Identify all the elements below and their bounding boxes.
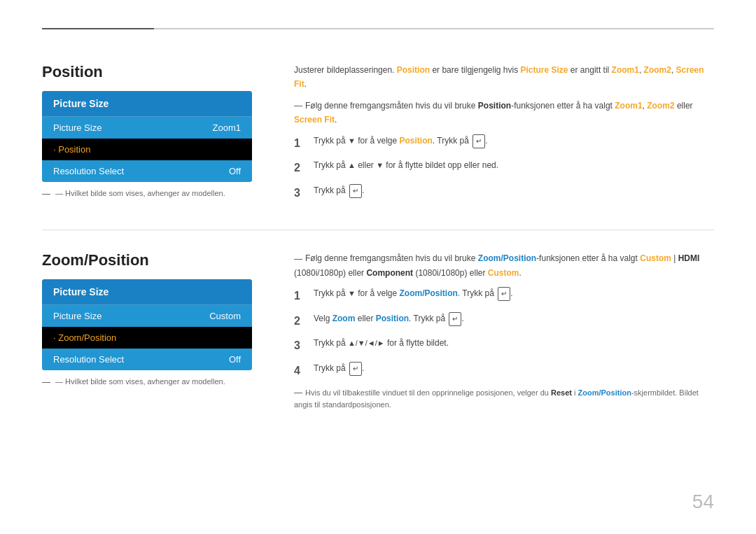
- position-widget-header: Picture Size: [42, 91, 252, 116]
- position-row1-label: Picture Size: [53, 122, 102, 133]
- dash3: [42, 382, 50, 383]
- position-row-resolution: Resolution Select Off: [42, 160, 252, 182]
- zoom-kw1: Zoom/Position: [478, 253, 536, 263]
- position-row3-label: Resolution Select: [53, 166, 124, 176]
- position-step3: 3 Trykk på ↵.: [294, 184, 714, 202]
- position-keyword4: Zoom2: [644, 65, 671, 75]
- zoom-kw2: Custom: [640, 253, 671, 263]
- zoom-position-right: Følg denne fremgangsmåten hvis du vil br…: [294, 251, 714, 411]
- zoom-desc: Følg denne fremgangsmåten hvis du vil br…: [294, 251, 714, 280]
- reset-kw: Reset: [551, 388, 572, 397]
- zoom-row3-value: Off: [229, 354, 241, 365]
- zoom-row1-label: Picture Size: [53, 311, 102, 321]
- zoom-step4: 4 Trykk på ↵.: [294, 362, 714, 380]
- dash4: [294, 259, 302, 260]
- position-row3-value: Off: [229, 166, 241, 176]
- zenter2: ↵: [449, 312, 461, 326]
- zoom-steps: 1 Trykk på ▼ for å velge Zoom/Position. …: [294, 287, 714, 379]
- zstep3-text: Trykk på ▲/▼/◄/► for å flytte bildet.: [314, 337, 449, 355]
- zoom-row-resolution: Resolution Select Off: [42, 349, 252, 370]
- pos-kw6: Position: [478, 101, 511, 111]
- step3-text: Trykk på ↵.: [314, 184, 364, 202]
- position-keyword2: Picture Size: [521, 65, 568, 75]
- zoom-kw5: Custom: [488, 268, 519, 278]
- zstep3-num: 3: [294, 337, 305, 355]
- dash5: [294, 393, 302, 393]
- zoom-step3: 3 Trykk på ▲/▼/◄/► for å flytte bildet.: [294, 337, 714, 355]
- position-step1: 1 Trykk på ▼ for å velge Position. Trykk…: [294, 134, 714, 153]
- zoom-row1-value: Custom: [209, 311, 241, 321]
- zoom-position-section: Zoom/Position Picture Size Picture Size …: [42, 251, 714, 411]
- position-right: Justerer bildeplasseringen. Position er …: [294, 63, 714, 209]
- dash2: [294, 106, 302, 106]
- zarrows3: ▲/▼/◄/►: [348, 339, 385, 347]
- zoom-position-left: Zoom/Position Picture Size Picture Size …: [42, 251, 266, 411]
- pos-kw9: Screen Fit: [294, 115, 335, 125]
- step1-num: 1: [294, 134, 305, 153]
- position-desc: Justerer bildeplasseringen. Position er …: [294, 63, 714, 92]
- enter1: ↵: [472, 134, 485, 148]
- zoompos-kw: Zoom/Position: [578, 388, 631, 397]
- zoom-position-widget: Picture Size Picture Size Custom · Zoom/…: [42, 279, 252, 370]
- zstep4-num: 4: [294, 362, 305, 380]
- position-keyword1: Position: [397, 65, 430, 75]
- zoom-kw3: HDMI: [678, 253, 700, 263]
- zoom-step1: 1 Trykk på ▼ for å velge Zoom/Position. …: [294, 287, 714, 305]
- position-steps: 1 Trykk på ▼ for å velge Position. Trykk…: [294, 134, 714, 202]
- zstep4-text: Trykk på ↵.: [314, 362, 364, 380]
- position-row-picturesize: Picture Size Zoom1: [42, 117, 252, 139]
- zenter1: ↵: [498, 287, 510, 301]
- position-section: Position Picture Size Picture Size Zoom1…: [42, 63, 714, 209]
- zoom-row2-label: · Zoom/Position: [53, 332, 116, 343]
- pos-kw8: Zoom2: [647, 101, 674, 111]
- zstep1-kw: Zoom/Position: [400, 288, 458, 298]
- zstep2-kw2: Position: [376, 314, 409, 323]
- zenter4: ↵: [349, 362, 362, 376]
- position-keyword5: Screen Fit: [294, 65, 704, 89]
- position-sub-note: Følg denne fremgangsmåten hvis du vil br…: [294, 99, 714, 127]
- position-note: ― Hvilket bilde som vises, avhenger av m…: [42, 189, 266, 197]
- page-number: 54: [692, 491, 714, 513]
- zoom-widget-header: Picture Size: [42, 279, 252, 304]
- position-row-position: · Position: [42, 139, 252, 160]
- pos-kw7: Zoom1: [615, 101, 642, 111]
- step1-kw: Position: [400, 136, 433, 146]
- step2-num: 2: [294, 159, 305, 177]
- position-row1-value: Zoom1: [213, 122, 241, 133]
- step3-num: 3: [294, 184, 305, 202]
- zoom-row-zoomposition: · Zoom/Position: [42, 327, 252, 349]
- zarrow1: ▼: [348, 289, 356, 297]
- position-left: Position Picture Size Picture Size Zoom1…: [42, 63, 266, 209]
- zoom-position-title: Zoom/Position: [42, 251, 266, 269]
- position-widget: Picture Size Picture Size Zoom1 · Positi…: [42, 91, 252, 182]
- zstep2-kw1: Zoom: [332, 314, 356, 323]
- zoom-row3-label: Resolution Select: [53, 354, 124, 365]
- zoom-step2: 2 Velg Zoom eller Position. Trykk på ↵.: [294, 312, 714, 330]
- enter3: ↵: [349, 184, 362, 198]
- step1-text: Trykk på ▼ for å velge Position. Trykk p…: [314, 134, 488, 153]
- zoom-bottom-note: Hvis du vil tilbakestille vinduet til de…: [294, 387, 714, 412]
- arrow-down1: ▼: [348, 136, 356, 145]
- position-title: Position: [42, 63, 266, 81]
- arrow-down2: ▼: [376, 161, 384, 169]
- zoom-row-picturesize: Picture Size Custom: [42, 305, 252, 327]
- zstep1-num: 1: [294, 287, 305, 305]
- zoom-note: ― Hvilket bilde som vises, avhenger av m…: [42, 377, 266, 386]
- top-accent-line: [42, 28, 154, 29]
- position-keyword3: Zoom1: [612, 65, 639, 75]
- zstep2-num: 2: [294, 312, 305, 330]
- zoom-kw4: Component: [366, 268, 413, 278]
- zstep1-text: Trykk på ▼ for å velge Zoom/Position. Tr…: [314, 287, 513, 305]
- position-step2: 2 Trykk på ▲ eller ▼ for å flytte bildet…: [294, 159, 714, 177]
- section-divider: [42, 230, 714, 230]
- position-row2-label: · Position: [53, 144, 90, 155]
- zstep2-text: Velg Zoom eller Position. Trykk på ↵.: [314, 312, 464, 330]
- step2-text: Trykk på ▲ eller ▼ for å flytte bildet o…: [314, 159, 498, 177]
- arrow-up2: ▲: [348, 161, 356, 169]
- dash1: [42, 194, 50, 195]
